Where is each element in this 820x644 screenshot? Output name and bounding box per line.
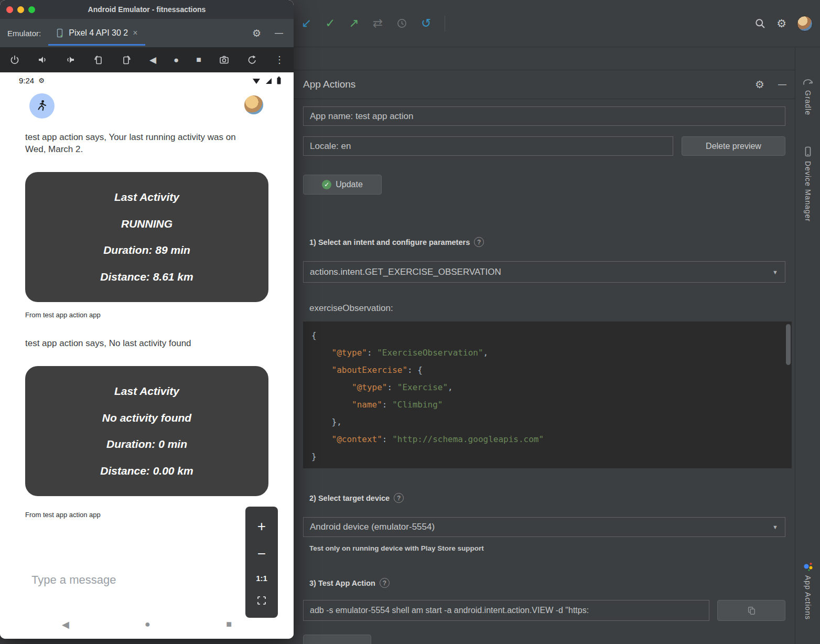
home-icon[interactable]: ● [174, 56, 179, 65]
device-dropdown-value: Android device (emulator-5554) [310, 522, 435, 532]
zoom-ratio-button[interactable]: 1:1 [256, 574, 267, 583]
back-icon[interactable]: ◀ [149, 56, 156, 65]
emulator-controls-bar: ◀ ● ■ ⋮ [0, 47, 294, 72]
tab-close-icon[interactable]: × [133, 28, 137, 38]
panel-gear-icon[interactable]: ⚙ [755, 78, 764, 91]
account-avatar[interactable] [797, 16, 813, 31]
help-icon[interactable]: ? [380, 578, 390, 588]
rotate-left-icon[interactable] [93, 55, 104, 65]
nav-overview-icon[interactable]: ■ [226, 619, 232, 630]
phone-icon [56, 28, 64, 38]
search-icon[interactable] [754, 18, 766, 29]
tool-window-gradle[interactable]: Gradle [802, 76, 814, 115]
gradle-label: Gradle [804, 90, 812, 115]
screenshot-root: ↙ ✓ ↗ ⇄ ↺ ⚙ App Actions ⚙ — Ap [0, 0, 820, 644]
device-dropdown[interactable]: Android device (emulator-5554) ▼ [303, 517, 785, 537]
vcs-toolbar-group: ↙ ✓ ↗ ⇄ ↺ [301, 0, 445, 47]
help-icon[interactable]: ? [394, 493, 404, 503]
update-button[interactable]: ✓ Update [303, 175, 382, 195]
activity-card: Last Activity RUNNING Duration: 89 min D… [25, 172, 268, 302]
zoom-in-button[interactable]: + [257, 519, 266, 534]
power-icon[interactable] [9, 55, 20, 65]
tab-label: Pixel 4 API 30 2 [69, 28, 128, 38]
tool-window-app-actions[interactable]: App Actions [802, 560, 814, 620]
section-3-text: 3) Test App Action [309, 579, 375, 587]
status-gear-icon: ⚙ [38, 77, 45, 84]
editor-scrollbar[interactable] [786, 324, 791, 365]
from-caption: From test app action app [25, 311, 101, 319]
settings-gear-icon[interactable]: ⚙ [776, 17, 786, 30]
toolbar-divider [445, 16, 445, 31]
copy-icon [747, 606, 756, 615]
rotate-right-icon[interactable] [121, 55, 132, 65]
panel-minimize-icon[interactable]: — [778, 80, 786, 89]
json-editor[interactable]: { "@type": "ExerciseObservation", "about… [303, 321, 792, 468]
copy-command-button[interactable] [717, 600, 785, 621]
delete-preview-button[interactable]: Delete preview [682, 136, 785, 156]
compare-icon[interactable]: ⇄ [373, 17, 383, 29]
signal-icon [265, 76, 273, 85]
screenshot-icon[interactable] [219, 55, 230, 65]
toolbar-right-group: ⚙ [754, 0, 813, 47]
card-distance: Distance: 0.00 km [30, 465, 263, 477]
chevron-down-icon: ▼ [772, 269, 778, 275]
intent-dropdown[interactable]: actions.intent.GET_EXERCISE_OBSERVATION … [303, 261, 785, 283]
adb-command-field[interactable]: adb -s emulator-5554 shell am start -a a… [303, 600, 709, 621]
card-status: No activity found [30, 412, 263, 424]
app-actions-panel-header: App Actions ⚙ — [294, 70, 795, 99]
locale-field[interactable]: Locale: en [303, 136, 673, 156]
section-3-label: 3) Test App Action ? [309, 578, 390, 588]
zoom-out-button[interactable]: − [257, 546, 266, 561]
push-icon[interactable]: ↗ [349, 17, 359, 29]
app-actions-label: App Actions [804, 575, 812, 620]
locale-value: Locale: en [310, 141, 351, 152]
update-check-icon: ✓ [322, 180, 331, 189]
zoom-fit-button[interactable] [257, 595, 266, 605]
card-duration: Duration: 0 min [30, 438, 263, 450]
section-2-label: 2) Select target device ? [309, 493, 404, 503]
emulator-settings-gear-icon[interactable]: ⚙ [252, 27, 261, 39]
panel-title: App Actions [303, 79, 355, 90]
nav-back-icon[interactable]: ◀ [62, 619, 69, 630]
section-1-label: 1) Select an intent and configure parame… [309, 237, 484, 247]
mac-titlebar: Android Emulator - fitnessactions [0, 0, 294, 19]
message-input[interactable] [31, 573, 199, 587]
volume-down-icon[interactable] [65, 55, 75, 65]
card-status: RUNNING [30, 218, 263, 230]
section-1-text: 1) Select an intent and configure parame… [309, 238, 470, 246]
card-duration: Duration: 89 min [30, 244, 263, 256]
card-title: Last Activity [30, 191, 263, 203]
gradle-icon [802, 76, 814, 87]
adb-command-value: adb -s emulator-5554 shell am start -a a… [310, 606, 589, 615]
battery-icon [277, 76, 281, 85]
partial-button[interactable] [303, 635, 371, 644]
panel-minimize-icon[interactable]: — [275, 28, 283, 38]
assistant-logo-icon [802, 560, 814, 572]
rollback-icon[interactable]: ↺ [421, 17, 431, 29]
chat-message: test app action says, No last activity f… [25, 337, 256, 349]
volume-up-icon[interactable] [37, 55, 48, 65]
tool-window-device-manager[interactable]: Device Manager [803, 146, 813, 222]
app-name-field[interactable]: App name: test app action [303, 106, 785, 126]
emulator-window: Android Emulator - fitnessactions Emulat… [0, 0, 294, 639]
snapshots-icon[interactable] [247, 55, 257, 65]
commit-icon[interactable]: ✓ [325, 17, 335, 29]
device-manager-icon [803, 146, 813, 157]
status-time: 9:24 [19, 76, 34, 85]
assistant-avatar [29, 93, 55, 119]
more-icon[interactable]: ⋮ [275, 55, 284, 65]
app-actions-panel: App Actions ⚙ — App name: test app actio… [294, 47, 795, 644]
from-caption: From test app action app [25, 511, 101, 519]
update-project-icon[interactable]: ↙ [301, 17, 311, 29]
window-title: Android Emulator - fitnessactions [0, 5, 294, 14]
chevron-down-icon: ▼ [772, 524, 778, 530]
status-bar: 9:24 ⚙ [19, 76, 281, 85]
zoom-controls: + − 1:1 [245, 507, 278, 618]
help-icon[interactable]: ? [474, 237, 484, 247]
overview-icon[interactable]: ■ [196, 56, 201, 64]
update-label: Update [336, 180, 363, 189]
param-label: exerciseObservation: [309, 303, 393, 314]
history-icon[interactable] [396, 18, 407, 29]
tab-pixel-4[interactable]: Pixel 4 API 30 2 × [48, 19, 145, 47]
nav-home-icon[interactable]: ● [145, 619, 150, 630]
